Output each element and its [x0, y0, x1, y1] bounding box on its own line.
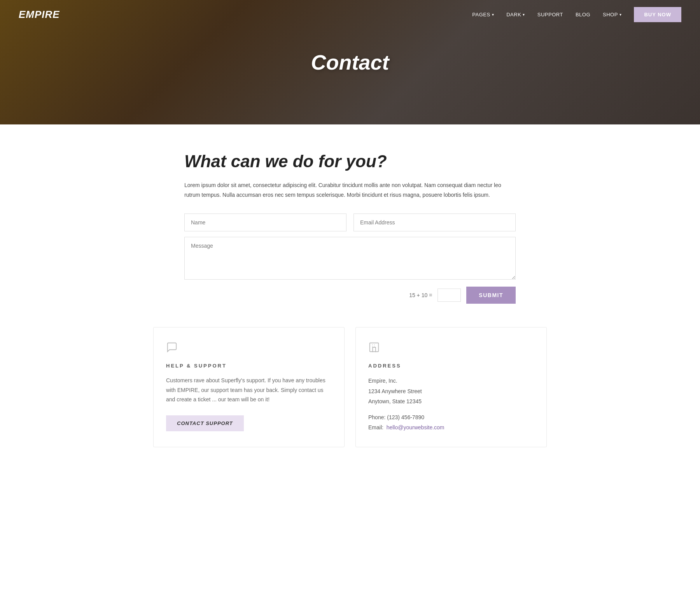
company-name: Empire, Inc.	[368, 376, 534, 386]
form-row-message	[184, 237, 516, 281]
address-title: ADDRESS	[368, 363, 534, 369]
contact-form: 15 + 10 = SUBMIT	[184, 214, 516, 304]
nav-dark[interactable]: DARK ▾	[506, 12, 525, 18]
help-support-card: HELP & SUPPORT Customers rave about Supe…	[153, 327, 345, 447]
street-address: 1234 Anywhere Street	[368, 386, 534, 397]
submit-button[interactable]: SUBMIT	[466, 287, 516, 304]
nav-blog[interactable]: BLOG	[576, 12, 590, 18]
address-card: ADDRESS Empire, Inc. 1234 Anywhere Stree…	[355, 327, 547, 447]
help-support-desc: Customers rave about Superfly's support.…	[166, 376, 332, 404]
chevron-down-icon: ▾	[492, 12, 494, 17]
form-row-top	[184, 214, 516, 231]
email-static-label: Email:	[368, 424, 383, 430]
phone-details: Phone: (123) 456-7890 Email: hello@yourw…	[368, 412, 534, 433]
captcha-input[interactable]	[438, 289, 461, 302]
logo[interactable]: EMPIRE	[19, 9, 60, 21]
message-textarea[interactable]	[184, 237, 516, 280]
city-state: Anytown, State 12345	[368, 396, 534, 407]
email-input[interactable]	[354, 214, 516, 231]
main-content: What can we do for you? Lorem ipsum dolo…	[175, 124, 525, 327]
section-heading: What can we do for you?	[184, 152, 516, 171]
navbar: EMPIRE PAGES ▾ DARK ▾ SUPPORT BLOG SHOP …	[0, 0, 700, 29]
name-input[interactable]	[184, 214, 346, 231]
cards-section: HELP & SUPPORT Customers rave about Supe…	[144, 327, 556, 474]
captcha-label: 15 + 10 =	[409, 292, 432, 298]
chat-icon	[166, 341, 332, 356]
address-details: Empire, Inc. 1234 Anywhere Street Anytow…	[368, 376, 534, 407]
buy-now-button[interactable]: BUY NOW	[634, 7, 681, 22]
contact-support-button[interactable]: CONTACT SUPPORT	[166, 415, 244, 431]
help-support-title: HELP & SUPPORT	[166, 363, 332, 369]
nav-pages[interactable]: PAGES ▾	[472, 12, 494, 18]
form-submit-row: 15 + 10 = SUBMIT	[184, 287, 516, 304]
phone-label: Phone: (123) 456-7890	[368, 412, 534, 423]
email-row: Email: hello@yourwebsite.com	[368, 422, 534, 433]
email-link[interactable]: hello@yourwebsite.com	[387, 424, 444, 430]
chevron-down-icon: ▾	[523, 12, 525, 17]
nav-links: PAGES ▾ DARK ▾ SUPPORT BLOG SHOP ▾ BUY N…	[472, 7, 681, 22]
chevron-down-icon: ▾	[620, 12, 622, 17]
nav-shop[interactable]: SHOP ▾	[603, 12, 621, 18]
building-icon	[368, 341, 534, 356]
section-description: Lorem ipsum dolor sit amet, consectetur …	[184, 180, 516, 200]
hero-title: Contact	[311, 50, 389, 74]
nav-support[interactable]: SUPPORT	[537, 12, 563, 18]
